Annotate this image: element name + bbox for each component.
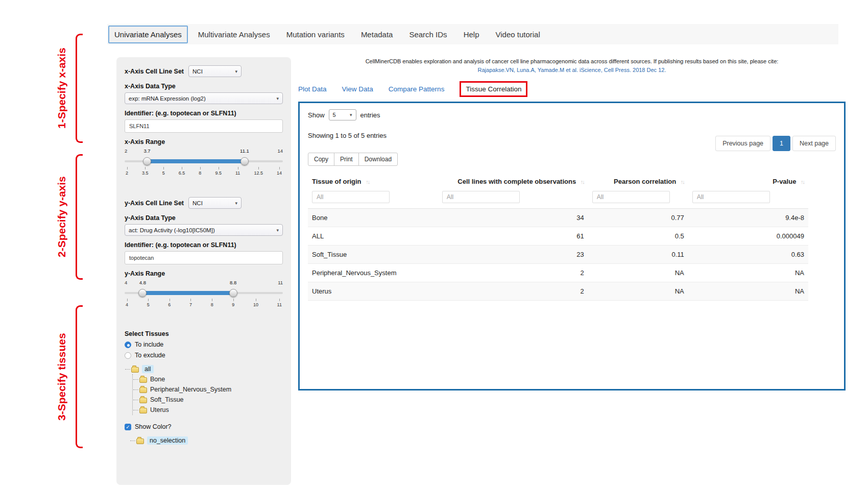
annotation-step-1: 1-Specify x-axis: [48, 34, 83, 143]
nav-tab-metadata[interactable]: Metadata: [355, 26, 399, 43]
y-range-label: y-Axis Range: [125, 270, 283, 277]
tree-node-uterus[interactable]: Uterus: [133, 405, 283, 415]
y-cell-line-set-label: y-Axis Cell Line Set: [125, 200, 184, 207]
citation: CellMinerCDB enables exploration and ana…: [298, 57, 846, 75]
tab-view-data[interactable]: View Data: [342, 85, 373, 93]
citation-reference-link[interactable]: Rajapakse.VN, Luna.A, Yamade.M et al. iS…: [298, 66, 846, 75]
x-identifier-input[interactable]: [125, 119, 283, 133]
nav-tab-mutation-variants[interactable]: Mutation variants: [280, 26, 351, 43]
y-data-type-select[interactable]: act: Drug Activity (-log10[IC50M]) ▾: [125, 224, 283, 236]
filter-tissue-of-origin-input[interactable]: [312, 191, 390, 203]
tissue-tree: all Bone Peripheral_Nervous_System Soft_…: [125, 364, 283, 415]
nav-tab-multivariate-analyses[interactable]: Multivariate Analyses: [192, 26, 276, 43]
tree-node-bone[interactable]: Bone: [133, 374, 283, 384]
chevron-down-icon: ▾: [350, 112, 352, 117]
column-header-p-value[interactable]: P-value ↑↓: [688, 173, 808, 190]
y-cell-line-set-select[interactable]: NCI ▾: [188, 197, 242, 209]
nav-tab-search-ids[interactable]: Search IDs: [403, 26, 453, 43]
table-row[interactable]: ALL 61 0.5 0.000049: [308, 227, 808, 246]
chevron-down-icon: ▾: [276, 96, 279, 101]
column-header-label: P-value: [773, 178, 796, 185]
y-slider-handle-to[interactable]: [229, 289, 237, 297]
x-cell-line-set-select[interactable]: NCI ▾: [188, 65, 242, 77]
print-button[interactable]: Print: [334, 153, 359, 166]
y-cell-line-set-value: NCI: [192, 200, 203, 206]
previous-page-button[interactable]: Previous page: [715, 136, 770, 151]
y-slider-tick: 11: [277, 298, 282, 307]
column-header-cell-lines[interactable]: Cell lines with complete observations ↑↓: [438, 173, 588, 190]
cell-pearson: NA: [588, 282, 688, 301]
x-identifier-label: Identifier: (e.g. topotecan or SLFN11): [125, 110, 283, 117]
tab-plot-data[interactable]: Plot Data: [298, 85, 327, 93]
radio-to-exclude[interactable]: To exclude: [125, 352, 283, 359]
sort-icon[interactable]: ↑↓: [366, 179, 369, 185]
folder-icon: [131, 367, 139, 373]
show-color-checkbox-row[interactable]: Show Color?: [125, 423, 283, 430]
x-data-type-label: x-Axis Data Type: [125, 83, 283, 90]
checkbox-checked-icon: [125, 424, 131, 430]
nav-tab-help[interactable]: Help: [457, 26, 486, 43]
nav-tab-univariate-analyses[interactable]: Univariate Analyses: [108, 26, 188, 43]
x-slider-fill: [147, 159, 245, 163]
page-1-button[interactable]: 1: [773, 136, 790, 151]
y-slider-tick: 9: [232, 298, 234, 307]
x-slider-handle-to[interactable]: [240, 157, 249, 165]
cell-tissue: Uterus: [308, 282, 438, 301]
entries-label: entries: [360, 111, 380, 119]
tree-node-peripheral-nervous-system[interactable]: Peripheral_Nervous_System: [133, 384, 283, 395]
x-slider-max-label: 14: [277, 148, 283, 154]
annotation-step-3-label: 3-Specify tissues: [48, 305, 76, 448]
select-tissues-title: Select Tissues: [125, 330, 283, 337]
annotation-bracket-3: [76, 305, 83, 448]
table-row[interactable]: Bone 34 0.77 9.4e-8: [308, 209, 808, 227]
radio-icon: [125, 352, 131, 359]
sort-icon[interactable]: ↑↓: [581, 179, 584, 185]
tree-node-no-selection[interactable]: no_selection: [130, 435, 283, 446]
table-header-row: Tissue of origin ↑↓ Cell lines with comp…: [308, 173, 808, 190]
folder-icon: [139, 377, 147, 383]
cell-count: 34: [438, 209, 588, 227]
tree-node-all[interactable]: all: [125, 364, 283, 374]
main-content: CellMinerCDB enables exploration and ana…: [298, 57, 846, 391]
chevron-down-icon: ▾: [276, 228, 279, 233]
column-header-pearson-correlation[interactable]: Pearson correlation ↑↓: [588, 173, 688, 190]
y-slider-from-label: 4.8: [139, 280, 146, 285]
x-slider-tick: 9.5: [215, 166, 222, 176]
y-slider-tick: 5: [147, 298, 150, 307]
tree-node-peripheral-nervous-system-label: Peripheral_Nervous_System: [150, 386, 231, 393]
radio-to-include-label: To include: [135, 341, 163, 348]
x-slider-tick: 14: [277, 166, 282, 176]
x-slider-tick: 12.5: [254, 166, 263, 176]
tree-node-soft-tissue-label: Soft_Tissue: [150, 396, 184, 403]
y-slider-tick: 7: [189, 298, 192, 307]
page-length-select[interactable]: 5 ▾: [329, 109, 356, 120]
download-button[interactable]: Download: [358, 153, 398, 166]
radio-to-include[interactable]: To include: [125, 341, 283, 348]
x-data-type-select[interactable]: exp: mRNA Expression (log2) ▾: [125, 92, 283, 104]
nav-tab-video-tutorial[interactable]: Video tutorial: [489, 26, 546, 43]
cell-count: 61: [438, 227, 588, 246]
table-row[interactable]: Peripheral_Nervous_System 2 NA NA: [308, 264, 808, 282]
folder-icon: [139, 387, 147, 393]
next-page-button[interactable]: Next page: [792, 136, 836, 151]
cell-pearson: 0.11: [588, 246, 688, 264]
copy-button[interactable]: Copy: [308, 153, 334, 166]
tree-node-soft-tissue[interactable]: Soft_Tissue: [133, 395, 283, 405]
folder-icon: [136, 438, 144, 444]
sort-icon[interactable]: ↑↓: [801, 179, 804, 185]
filter-p-value-input[interactable]: [692, 191, 770, 203]
table-row[interactable]: Uterus 2 NA NA: [308, 282, 808, 301]
filter-cell-lines-input[interactable]: [442, 191, 520, 203]
x-slider-handle-from[interactable]: [143, 157, 151, 165]
tab-tissue-correlation[interactable]: Tissue Correlation: [460, 81, 527, 97]
y-identifier-input[interactable]: [125, 251, 283, 264]
column-header-tissue-of-origin[interactable]: Tissue of origin ↑↓: [308, 173, 438, 190]
column-header-label: Cell lines with complete observations: [457, 178, 576, 185]
chevron-down-icon: ▾: [235, 201, 237, 206]
tab-compare-patterns[interactable]: Compare Patterns: [389, 85, 445, 93]
sort-icon[interactable]: ↑↓: [681, 179, 684, 185]
y-slider-handle-from[interactable]: [138, 289, 147, 297]
filter-pearson-correlation-input[interactable]: [592, 191, 670, 203]
x-slider-ticks: 2 3.5 5 6.5 8 9.5 11 12.5 14: [126, 166, 282, 176]
table-row[interactable]: Soft_Tissue 23 0.11 0.63: [308, 246, 808, 264]
